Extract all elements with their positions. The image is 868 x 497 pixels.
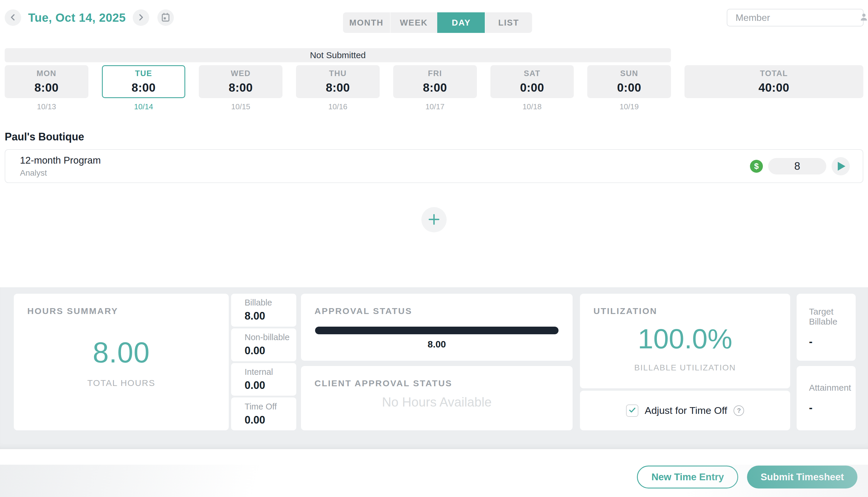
breakdown-label: Time Off: [245, 402, 296, 412]
tab-day[interactable]: DAY: [437, 12, 485, 33]
day-date: 10/18: [490, 101, 574, 110]
status-banner: Not Submitted: [5, 48, 671, 62]
day-card-thu[interactable]: THU 8:00: [296, 65, 380, 98]
metric-label: Attainment: [809, 383, 856, 393]
timesheet-page: Tue, Oct 14, 2025 MONTH WEEK DAY LIST: [0, 0, 868, 497]
breakdown-internal: Internal 0.00: [231, 363, 296, 396]
day-card-fri[interactable]: FRI 8:00: [393, 65, 477, 98]
dollar-icon[interactable]: $: [750, 160, 763, 173]
checkmark-icon: [628, 406, 636, 415]
breakdown-value: 0.00: [245, 414, 296, 426]
day-hours: 0:00: [520, 81, 544, 94]
play-icon: [838, 162, 845, 171]
footer-bar: New Time Entry Submit Timesheet: [0, 449, 868, 497]
hours-summary-card: HOURS SUMMARY 8.00 TOTAL HOURS: [14, 294, 229, 430]
target-billable-card: Target Billable -: [797, 294, 856, 361]
entry-info: 12-month Program Analyst: [20, 155, 101, 178]
calendar-picker-button[interactable]: [157, 10, 174, 26]
no-hours-message: No Hours Available: [382, 395, 492, 410]
day-hours: 8:00: [423, 81, 447, 94]
day-hours: 0:00: [617, 81, 641, 94]
start-timer-button[interactable]: [831, 157, 850, 175]
day-date: 10/19: [587, 101, 671, 110]
approval-group: APPROVAL STATUS 8.00 CLIENT APPROVAL STA…: [301, 294, 573, 430]
member-filter-field: [727, 9, 864, 26]
top-bar: Tue, Oct 14, 2025 MONTH WEEK DAY LIST: [0, 0, 868, 35]
next-day-button[interactable]: [133, 10, 149, 26]
prev-day-button[interactable]: [5, 10, 21, 26]
calendar-icon: [161, 12, 171, 23]
day-date: 10/16: [296, 101, 380, 110]
breakdown-label: Non-billable: [245, 332, 296, 342]
utilization-title: UTILIZATION: [593, 306, 657, 316]
breakdown-billable: Billable 8.00: [231, 294, 296, 327]
question-icon[interactable]: ?: [734, 406, 744, 416]
metric-label: Target Billable: [809, 307, 856, 327]
member-input[interactable]: [736, 12, 859, 23]
entry-hours-input[interactable]: [768, 158, 826, 174]
day-hours: 8:00: [132, 81, 156, 94]
plus-icon: [428, 213, 440, 226]
total-hours: 40:00: [758, 81, 789, 94]
utilization-group: UTILIZATION 100.0% BILLABLE UTILIZATION …: [580, 294, 856, 430]
adjust-time-off-card: Adjust for Time Off ?: [580, 390, 790, 430]
breakdown-time-off: Time Off 0.00: [231, 397, 296, 430]
day-card-mon[interactable]: MON 8:00: [5, 65, 88, 98]
day-label: THU: [329, 69, 347, 78]
client-name-heading: Paul's Boutique: [5, 130, 863, 143]
approval-status-card: APPROVAL STATUS 8.00: [301, 294, 573, 361]
day-date: 10/17: [393, 101, 477, 110]
day-date: 10/14: [102, 101, 186, 110]
breakdown-value: 0.00: [245, 344, 296, 357]
day-card-sun[interactable]: SUN 0:00: [587, 65, 671, 98]
entry-project-name: 12-month Program: [20, 155, 101, 166]
time-entry-row[interactable]: 12-month Program Analyst $: [5, 149, 863, 183]
total-label: TOTAL: [760, 69, 788, 78]
hours-summary-group: HOURS SUMMARY 8.00 TOTAL HOURS Billable …: [14, 294, 296, 430]
approval-status-title: APPROVAL STATUS: [315, 306, 412, 316]
tab-week[interactable]: WEEK: [390, 12, 437, 33]
utilization-main-column: UTILIZATION 100.0% BILLABLE UTILIZATION …: [580, 294, 790, 430]
tab-list[interactable]: LIST: [485, 12, 532, 33]
current-date-label: Tue, Oct 14, 2025: [21, 11, 133, 24]
breakdown-non-billable: Non-billable 0.00: [231, 328, 296, 361]
day-card-tue[interactable]: TUE 8:00: [102, 65, 186, 98]
day-label: SUN: [620, 69, 638, 78]
breakdown-value: 0.00: [245, 379, 296, 392]
hours-summary-title: HOURS SUMMARY: [27, 306, 118, 316]
add-entry-area: [5, 207, 863, 232]
day-label: FRI: [428, 69, 442, 78]
add-entry-button[interactable]: [421, 207, 447, 232]
approval-status-bar: [315, 327, 559, 334]
breakdown-value: 8.00: [245, 310, 296, 322]
day-hours: 8:00: [34, 81, 58, 94]
breakdown-label: Billable: [245, 298, 296, 308]
week-strip: Not Submitted MON 8:00 TUE 8:00 WED 8:00…: [5, 48, 863, 110]
day-card-sat[interactable]: SAT 0:00: [490, 65, 574, 98]
utilization-card: UTILIZATION 100.0% BILLABLE UTILIZATION: [580, 294, 790, 388]
client-approval-status-title: CLIENT APPROVAL STATUS: [315, 378, 452, 388]
day-label: WED: [231, 69, 251, 78]
tab-month[interactable]: MONTH: [343, 12, 390, 33]
day-card-wed[interactable]: WED 8:00: [199, 65, 283, 98]
client-section: Paul's Boutique 12-month Program Analyst…: [5, 130, 863, 232]
entry-role: Analyst: [20, 168, 101, 178]
adjust-time-off-checkbox[interactable]: [626, 404, 638, 417]
week-total-card: TOTAL 40:00: [684, 65, 863, 98]
total-hours-label: TOTAL HOURS: [87, 378, 155, 388]
metric-value: -: [809, 401, 856, 414]
summary-section: HOURS SUMMARY 8.00 TOTAL HOURS Billable …: [0, 287, 868, 449]
chevron-right-icon: [136, 13, 145, 23]
attainment-card: Attainment -: [797, 366, 856, 430]
day-label: MON: [37, 69, 57, 78]
day-hours: 8:00: [326, 81, 350, 94]
day-date: 10/15: [199, 101, 283, 110]
adjust-time-off-label: Adjust for Time Off: [645, 405, 727, 416]
new-time-entry-button[interactable]: New Time Entry: [637, 466, 738, 488]
total-hours-value: 8.00: [93, 336, 150, 369]
day-label: SAT: [524, 69, 540, 78]
metric-value: -: [809, 336, 856, 348]
submit-timesheet-button[interactable]: Submit Timesheet: [747, 466, 857, 488]
chevron-left-icon: [9, 13, 17, 23]
approval-status-value: 8.00: [315, 339, 559, 350]
